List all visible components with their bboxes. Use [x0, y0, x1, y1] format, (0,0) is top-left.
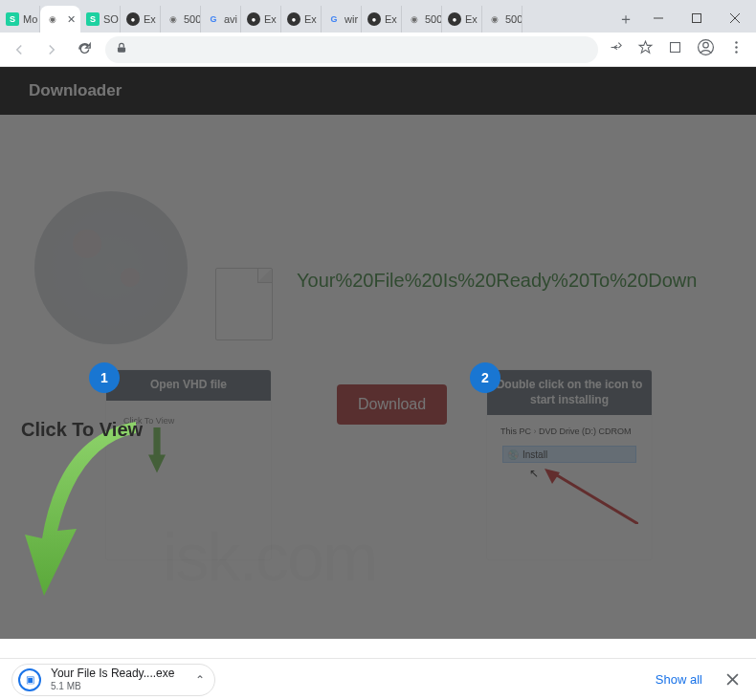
browser-tab[interactable]: ●Ex — [442, 6, 482, 33]
browser-tab[interactable]: SSO — [80, 6, 121, 33]
download-button[interactable]: Download — [337, 384, 447, 425]
browser-tab[interactable]: Gavi — [201, 6, 241, 33]
browser-tab[interactable]: ●Ex — [121, 6, 161, 33]
maximize-button[interactable] — [678, 4, 716, 33]
svg-rect-5 — [671, 43, 680, 53]
browser-tab[interactable]: ◉500 — [482, 6, 523, 33]
download-filesize: 5.1 MB — [51, 681, 174, 692]
browser-tab[interactable]: ◉500 — [402, 6, 442, 33]
browser-tab[interactable]: ◉500 — [161, 6, 201, 33]
menu-icon[interactable] — [728, 39, 745, 59]
tab-favicon: ◉ — [408, 12, 421, 26]
tab-label: Ex — [465, 13, 478, 25]
tab-favicon: ● — [247, 12, 260, 26]
tab-favicon: ◉ — [46, 12, 59, 26]
back-button[interactable] — [8, 38, 31, 61]
svg-point-10 — [735, 51, 737, 53]
tab-label: Ex — [385, 13, 397, 25]
browser-tabs: SMo◉✕SSO●Ex◉500Gavi●Ex●ExGwir●Ex◉500●Ex◉… — [0, 0, 612, 33]
watermark-logo — [34, 191, 188, 344]
profile-icon[interactable] — [697, 38, 715, 60]
svg-rect-4 — [118, 47, 125, 52]
tab-label: Ex — [144, 13, 156, 25]
svg-point-7 — [703, 42, 709, 48]
tab-label: SO — [103, 13, 119, 25]
share-icon[interactable] — [608, 39, 624, 59]
install-disc-icon: 💿 — [507, 449, 519, 460]
show-all-downloads[interactable]: Show all — [656, 672, 702, 687]
page-title: Downloader — [29, 81, 122, 100]
download-filename: Your File Is Ready....exe — [51, 667, 174, 680]
headline-text: Your%20File%20Is%20Ready%20To%20Down — [297, 270, 697, 292]
big-green-arrow-icon — [21, 416, 155, 607]
tab-favicon: ● — [126, 12, 140, 26]
tab-label: 500 — [425, 13, 442, 25]
file-icon — [215, 268, 273, 340]
step-title-2: Double click on the icon to start instal… — [487, 370, 652, 415]
browser-tab[interactable]: SMo — [0, 6, 40, 33]
browser-toolbar — [0, 33, 756, 67]
explorer-breadcrumb: This PC › DVD Drive (D:) CDROM — [500, 427, 632, 436]
page-header: Downloader — [0, 67, 756, 115]
tab-label: Mo — [23, 13, 37, 25]
tab-label: 500 — [505, 13, 523, 25]
tab-close-icon[interactable]: ✕ — [67, 12, 76, 26]
tab-label: avi — [224, 13, 237, 25]
step-thumbnail-2: This PC › DVD Drive (D:) CDROM 💿 Install… — [497, 425, 642, 541]
reload-button[interactable] — [73, 38, 96, 61]
svg-point-9 — [735, 46, 737, 48]
address-bar[interactable] — [105, 36, 598, 63]
extensions-icon[interactable] — [667, 39, 683, 59]
tab-favicon: ● — [287, 12, 300, 26]
tab-favicon: ◉ — [488, 12, 501, 26]
browser-tab[interactable]: ◉✕ — [40, 6, 80, 33]
cursor-icon: ↖ — [529, 467, 539, 480]
explorer-install-row: 💿 Install — [502, 446, 636, 463]
tab-favicon: S — [86, 12, 100, 26]
new-tab-button[interactable]: ＋ — [612, 6, 639, 33]
browser-titlebar: SMo◉✕SSO●Ex◉500Gavi●Ex●ExGwir●Ex◉500●Ex◉… — [0, 0, 756, 33]
download-options-chevron[interactable]: ⌃ — [195, 673, 205, 687]
browser-tab[interactable]: ●Ex — [281, 6, 322, 33]
download-shelf: ▣ Your File Is Ready....exe 5.1 MB ⌃ Sho… — [0, 658, 756, 700]
step-badge-2: 2 — [470, 362, 500, 393]
window-controls — [639, 4, 756, 33]
download-file-icon: ▣ — [18, 668, 41, 691]
tab-favicon: ● — [367, 12, 381, 26]
site-lock-icon — [115, 41, 128, 58]
minimize-button[interactable] — [639, 4, 678, 33]
tab-favicon: G — [207, 12, 220, 26]
tab-label: wir — [345, 13, 358, 25]
browser-tab[interactable]: Gwir — [322, 6, 362, 33]
bookmark-star-icon[interactable] — [637, 39, 654, 59]
step-title-1: Open VHD file — [106, 370, 271, 401]
close-window-button[interactable] — [716, 4, 754, 33]
download-item[interactable]: ▣ Your File Is Ready....exe 5.1 MB ⌃ — [11, 664, 215, 696]
step-badge-1: 1 — [89, 362, 120, 393]
svg-point-8 — [735, 41, 737, 43]
svg-rect-1 — [693, 14, 701, 23]
svg-line-11 — [552, 472, 638, 524]
red-arrow-icon — [543, 467, 638, 524]
tab-label: Ex — [304, 13, 317, 25]
browser-tab[interactable]: ●Ex — [362, 6, 402, 33]
tab-favicon: G — [327, 12, 341, 26]
tab-favicon: ◉ — [167, 12, 180, 26]
tab-label: Ex — [264, 13, 277, 25]
tab-favicon: ● — [448, 12, 461, 26]
close-shelf-button[interactable] — [720, 667, 745, 692]
tab-label: 500 — [184, 13, 201, 25]
page-content: Downloader isk.com Your%20File%20Is%20Re… — [0, 67, 756, 639]
click-to-view-label: Click To View — [21, 419, 143, 441]
forward-button[interactable] — [40, 38, 63, 61]
browser-tab[interactable]: ●Ex — [241, 6, 281, 33]
tab-favicon: S — [6, 12, 19, 26]
step-card-2: 2 Double click on the icon to start inst… — [486, 369, 653, 560]
